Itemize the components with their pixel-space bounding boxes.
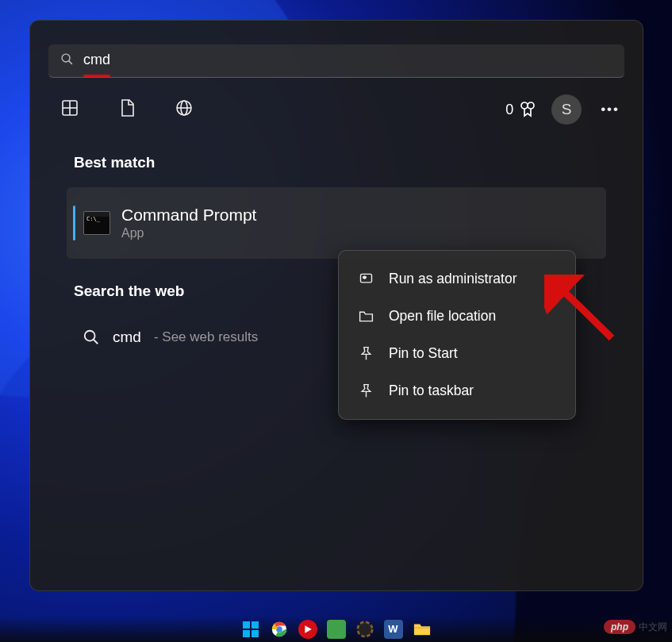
svg-rect-17 (243, 630, 250, 637)
taskbar-media-icon[interactable] (298, 620, 317, 639)
rewards-count: 0 (505, 102, 513, 118)
svg-rect-18 (252, 630, 259, 637)
pin-icon (358, 383, 374, 399)
filter-apps-icon[interactable] (60, 98, 79, 121)
menu-label: Pin to Start (389, 345, 458, 362)
search-icon (83, 329, 100, 346)
web-search-hint: - See web results (154, 329, 258, 345)
taskbar: W (0, 616, 672, 642)
filter-web-icon[interactable] (175, 98, 194, 121)
selection-accent (73, 206, 75, 240)
search-query-text: cmd (83, 52, 110, 67)
taskbar-chrome-icon[interactable] (270, 620, 289, 639)
menu-label: Run as administrator (389, 271, 516, 287)
search-box[interactable]: cmd (48, 44, 624, 78)
search-icon (60, 52, 74, 69)
taskbar-app-icon[interactable] (327, 620, 346, 639)
best-match-result[interactable]: Command Prompt App (67, 187, 606, 259)
svg-point-10 (85, 331, 95, 341)
more-options-icon[interactable]: ••• (596, 102, 624, 117)
svg-rect-15 (243, 621, 250, 629)
command-prompt-icon (83, 211, 110, 235)
search-input[interactable]: cmd (83, 52, 110, 71)
taskbar-minecraft-icon[interactable] (355, 620, 374, 639)
start-button[interactable] (241, 620, 260, 639)
avatar-initial: S (562, 101, 572, 118)
annotation-underline (83, 75, 110, 77)
rewards-badge[interactable]: 0 (505, 100, 537, 119)
taskbar-explorer-icon[interactable] (413, 620, 432, 639)
filter-documents-icon[interactable] (117, 98, 136, 121)
svg-point-9 (528, 102, 534, 109)
svg-point-21 (357, 621, 371, 636)
svg-point-0 (62, 54, 70, 62)
menu-run-as-administrator[interactable]: Run as administrator (344, 260, 570, 298)
svg-rect-16 (252, 621, 259, 629)
best-match-heading: Best match (74, 154, 643, 171)
admin-shield-icon (358, 271, 374, 287)
watermark-text: 中文网 (639, 621, 667, 634)
result-subtitle: App (121, 226, 256, 240)
menu-pin-to-taskbar[interactable]: Pin to taskbar (344, 372, 570, 409)
taskbar-word-icon[interactable]: W (384, 620, 403, 639)
web-search-term: cmd (113, 329, 141, 346)
svg-point-8 (521, 102, 528, 109)
watermark-badge: php (604, 620, 636, 634)
watermark: php 中文网 (604, 620, 667, 634)
result-title: Command Prompt (121, 206, 256, 225)
menu-label: Open file location (389, 308, 496, 325)
menu-open-file-location[interactable]: Open file location (344, 298, 570, 335)
user-avatar[interactable]: S (551, 94, 582, 125)
menu-label: Pin to taskbar (389, 383, 474, 399)
svg-rect-23 (413, 627, 429, 629)
context-menu: Run as administrator Open file location … (338, 250, 576, 420)
svg-line-11 (94, 340, 98, 344)
svg-line-1 (69, 61, 72, 64)
pin-icon (358, 345, 374, 362)
folder-icon (358, 308, 374, 325)
start-search-panel: cmd 0 S ••• Best match (29, 20, 643, 591)
svg-point-20 (276, 626, 282, 632)
menu-pin-to-start[interactable]: Pin to Start (344, 335, 570, 372)
filter-row: 0 S ••• (48, 94, 624, 125)
